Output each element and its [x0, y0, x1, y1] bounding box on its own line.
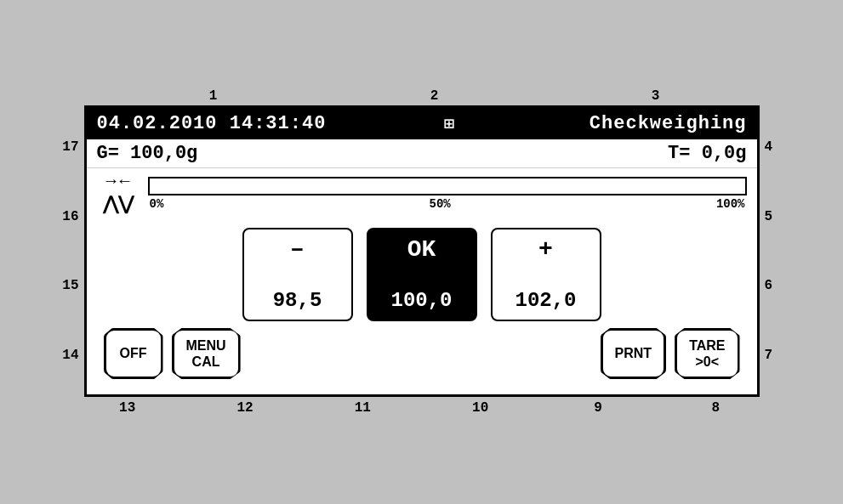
right-control-buttons: PRNT TARE >0< [601, 328, 740, 379]
progress-labels: 0% 50% 100% [148, 197, 747, 211]
ok-range-button[interactable]: OK 100,0 [367, 228, 477, 321]
plus-value: 102,0 [515, 291, 576, 311]
annotation-9: 9 [581, 400, 615, 416]
gross-label: G= [97, 143, 119, 164]
plus-range-button[interactable]: + 102,0 [491, 228, 601, 321]
annotation-1: 1 [197, 88, 231, 104]
mode-display: Checkweighing [590, 113, 747, 134]
annotation-13: 13 [111, 400, 145, 416]
tare-weight: T= 0,0g [668, 143, 746, 164]
left-control-buttons: OFF MENU CAL [104, 328, 241, 379]
menu-cal-button[interactable]: MENU CAL [172, 328, 241, 379]
progress-bar-fill [150, 178, 745, 194]
annotation-3: 3 [639, 88, 673, 104]
annotation-2: 2 [418, 88, 452, 104]
annotation-15: 15 [62, 278, 78, 293]
tare-label: T= [668, 143, 690, 164]
right-annotations: 4 5 6 7 [760, 105, 792, 397]
header-bar: 04.02.2010 14:31:40 ⊞ Checkweighing [87, 108, 757, 139]
progress-area: 0% 50% 100% [148, 177, 747, 211]
datetime-display: 04.02.2010 14:31:40 [97, 113, 327, 134]
annotation-16: 16 [62, 209, 78, 224]
stability-indicators: → ← ⋀⋁ [97, 172, 140, 216]
annotation-11: 11 [345, 400, 379, 416]
control-buttons-section: OFF MENU CAL PRNT TARE >0< [87, 328, 757, 386]
gross-value: 100,0g [130, 143, 197, 164]
prnt-button[interactable]: PRNT [601, 328, 667, 379]
gross-weight: G= 100,0g [97, 143, 198, 164]
plus-symbol: + [538, 238, 553, 262]
left-annotations: 17 16 15 14 [52, 105, 84, 397]
range-buttons-section: – 98,5 OK 100,0 + 102,0 [87, 216, 757, 328]
annotation-14: 14 [62, 348, 78, 363]
arrow-right-icon: → [105, 172, 116, 191]
arrows: → ← [105, 172, 129, 191]
arrow-left-icon: ← [120, 172, 130, 191]
connectivity-icon: ⊞ [444, 113, 454, 134]
top-annotations: 1 2 3 [52, 88, 792, 104]
off-button[interactable]: OFF [104, 328, 163, 379]
progress-row: → ← ⋀⋁ 0% 50% 100% [87, 168, 757, 216]
minus-symbol: – [290, 238, 305, 262]
bottom-annotations: 13 12 11 10 9 8 [52, 400, 792, 416]
annotation-7: 7 [765, 348, 787, 363]
annotation-6: 6 [765, 278, 787, 293]
minus-value: 98,5 [273, 291, 322, 311]
annotation-12: 12 [228, 400, 262, 416]
annotation-4: 4 [765, 139, 787, 155]
weight-row: G= 100,0g T= 0,0g [87, 139, 757, 168]
progress-label-100: 100% [716, 197, 745, 211]
annotation-17: 17 [62, 139, 78, 155]
annotation-8: 8 [698, 400, 732, 416]
annotation-5: 5 [765, 209, 787, 224]
tare-button[interactable]: TARE >0< [675, 328, 739, 379]
ok-value: 100,0 [390, 291, 452, 311]
progress-label-50: 50% [429, 197, 450, 211]
tare-value: 0,0g [702, 143, 747, 164]
annotation-10: 10 [464, 400, 498, 416]
minus-range-button[interactable]: – 98,5 [242, 228, 353, 321]
progress-label-0: 0% [150, 197, 164, 211]
ok-symbol: OK [407, 238, 436, 262]
stable-icon: ⋀⋁ [103, 193, 134, 216]
progress-bar-container [148, 177, 747, 195]
